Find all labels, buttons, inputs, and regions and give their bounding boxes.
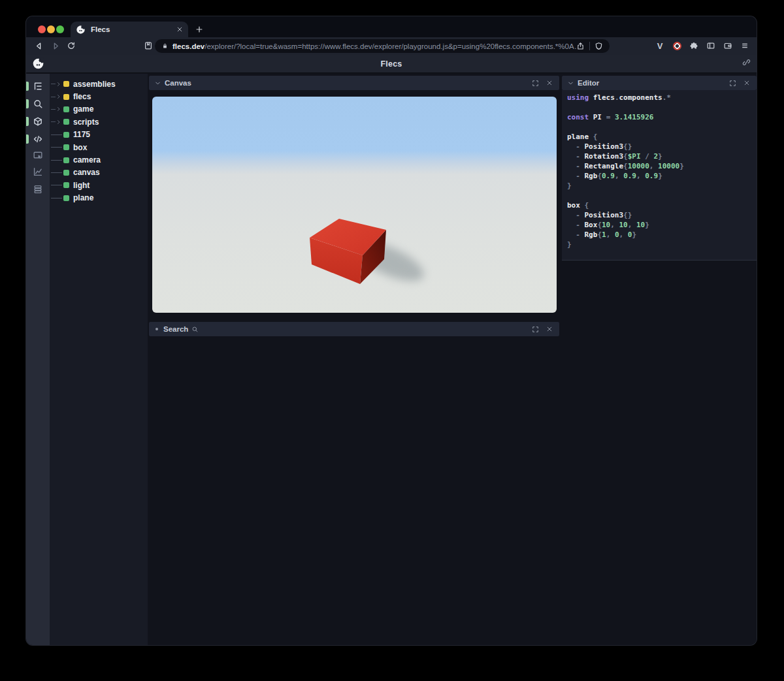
tree-item-scripts[interactable]: scripts: [50, 116, 148, 128]
code-line: [567, 191, 757, 201]
tree-item-label: light: [73, 181, 90, 190]
tree-item-1175[interactable]: 1175: [50, 129, 148, 141]
tree-connector: [51, 147, 62, 148]
forward-button[interactable]: [48, 39, 63, 53]
code-line: [567, 103, 757, 113]
tree-item-label: canvas: [73, 168, 100, 177]
entity-green-square-icon: [63, 157, 69, 163]
wallet-icon[interactable]: [723, 40, 733, 51]
app-body: assembliesflecsgamescripts1175boxcamerac…: [26, 74, 757, 645]
tree-connector: [51, 121, 56, 122]
close-panel-icon[interactable]: [742, 78, 751, 87]
editor-panel-header[interactable]: Editor: [562, 76, 757, 90]
active-indicator: [26, 99, 29, 108]
entity-green-square-icon: [63, 144, 69, 150]
zoom-window-button[interactable]: [56, 25, 64, 33]
entity-green-square-icon: [63, 170, 69, 176]
tree-item-canvas[interactable]: canvas: [50, 166, 148, 179]
back-button[interactable]: [31, 39, 46, 53]
search-panel-header[interactable]: Search: [149, 322, 559, 336]
tab-close-icon[interactable]: [176, 26, 183, 33]
fullscreen-icon[interactable]: [728, 78, 737, 87]
tree-connector: [51, 185, 62, 185]
brave-shield-icon[interactable]: [595, 42, 603, 50]
sidebar-cube-icon[interactable]: [32, 116, 44, 127]
editor-panel-title: Editor: [578, 79, 599, 87]
extension-red-icon[interactable]: [672, 40, 682, 51]
tree-connector: [51, 172, 62, 173]
tree-connector: [51, 84, 56, 84]
tree-item-label: plane: [73, 193, 93, 202]
url-path: /explorer/?local=true&wasm=https://www.f…: [204, 42, 576, 50]
expand-chevron-icon[interactable]: [56, 119, 61, 125]
chevron-down-icon[interactable]: [567, 80, 574, 87]
code-editor[interactable]: using flecs.components.*const PI = 3.141…: [562, 90, 757, 261]
browser-tab[interactable]: Flecs: [71, 22, 188, 37]
sidebar-inspector-icon[interactable]: [32, 150, 44, 161]
code-line: - Rgb{0.9, 0.9, 0.9}: [567, 172, 757, 182]
active-indicator: [26, 82, 29, 91]
expand-chevron-icon[interactable]: [56, 82, 61, 87]
tree-connector: [51, 97, 56, 97]
sidebar-code-icon[interactable]: [32, 133, 44, 145]
close-window-button[interactable]: [38, 25, 46, 33]
toolbar-actions: V: [655, 39, 750, 53]
expand-chevron-icon[interactable]: [56, 94, 61, 99]
tree-item-camera[interactable]: camera: [50, 153, 148, 166]
code-line: - Position3{}: [567, 211, 757, 221]
share-icon[interactable]: [576, 42, 585, 50]
reload-button[interactable]: [64, 39, 78, 53]
tree-item-label: scripts: [73, 118, 99, 127]
code-line: using flecs.components.*: [567, 93, 757, 103]
minimize-window-button[interactable]: [47, 25, 55, 33]
chevron-down-icon[interactable]: [154, 80, 161, 87]
canvas-panel-header[interactable]: Canvas: [149, 76, 559, 90]
tree-item-assemblies[interactable]: assemblies: [50, 78, 148, 90]
fullscreen-icon[interactable]: [531, 78, 540, 87]
tree-item-light[interactable]: light: [50, 179, 148, 191]
entity-green-square-icon: [63, 106, 69, 112]
code-line: - Position3{}: [567, 142, 757, 152]
tree-item-game[interactable]: game: [50, 103, 148, 116]
side-panel-icon[interactable]: [706, 40, 716, 51]
tree-item-box[interactable]: box: [50, 141, 148, 153]
sidebar-stats-chart-icon[interactable]: [32, 166, 44, 178]
search-panel-title: Search: [163, 325, 188, 333]
expand-chevron-icon[interactable]: [56, 106, 61, 112]
flecs-favicon: [76, 25, 86, 35]
code-line: - Rgb{1, 0, 0}: [567, 230, 757, 240]
new-tab-button[interactable]: [192, 22, 206, 37]
collapsed-dot-icon[interactable]: [155, 328, 158, 330]
fullscreen-icon[interactable]: [531, 325, 540, 334]
code-line: box {: [567, 201, 757, 211]
code-line: }: [567, 182, 757, 191]
page-title: Flecs: [26, 55, 757, 72]
close-panel-icon[interactable]: [545, 325, 554, 334]
main-area: Canvas: [148, 74, 757, 645]
screenshot-root: Flecs flecs.dev /explorer/?local=true&wa…: [0, 0, 784, 681]
entity-green-square-icon: [63, 182, 69, 188]
tree-connector: [51, 198, 62, 198]
extensions-puzzle-icon[interactable]: [689, 40, 699, 51]
url-domain: flecs.dev: [172, 42, 204, 50]
code-line: - Rotation3{$PI / 2}: [567, 152, 757, 162]
reading-list-icon[interactable]: [141, 39, 155, 53]
lock-icon: [161, 42, 169, 50]
sidebar-journal-rows-icon[interactable]: [32, 183, 44, 195]
share-link-icon[interactable]: [742, 58, 751, 67]
tree-item-flecs[interactable]: flecs: [50, 90, 148, 103]
sidebar-query-search-icon[interactable]: [32, 98, 44, 110]
vue-devtools-icon[interactable]: V: [655, 40, 665, 51]
canvas-3d-viewport[interactable]: [152, 97, 557, 313]
address-bar[interactable]: flecs.dev /explorer/?local=true&wasm=htt…: [155, 39, 610, 53]
canvas-panel-title: Canvas: [165, 79, 191, 87]
tree-connector: [51, 135, 62, 135]
tree-item-plane[interactable]: plane: [50, 192, 148, 204]
tree-item-label: box: [73, 143, 87, 152]
sidebar-hierarchy-icon[interactable]: [32, 80, 44, 92]
icon-sidebar: [26, 74, 50, 645]
menu-icon[interactable]: [740, 40, 750, 51]
tree-item-label: game: [73, 104, 93, 114]
tree-connector: [51, 160, 62, 161]
close-panel-icon[interactable]: [545, 78, 554, 87]
